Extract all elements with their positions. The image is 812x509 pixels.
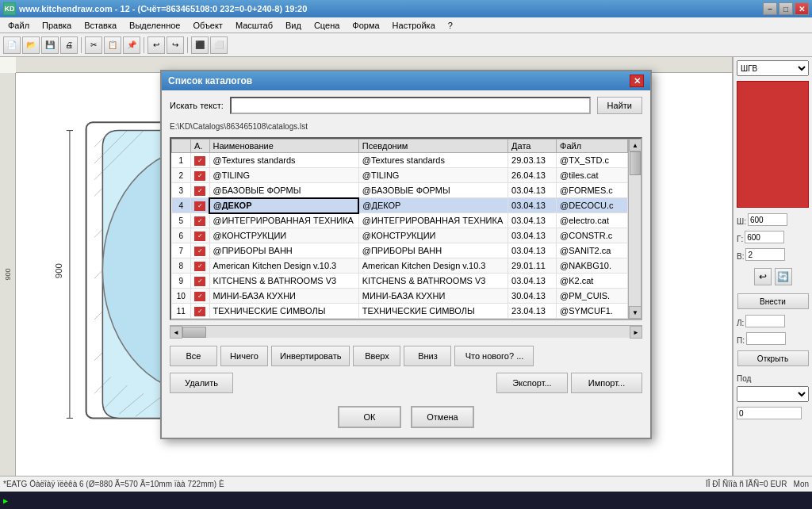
cell-num: 10 xyxy=(172,289,191,304)
cell-date: 03.04.13 xyxy=(508,243,557,258)
cell-alias: American Kitchen Design v.10.3 xyxy=(358,258,508,274)
cell-name: @КОНСТРУКЦИИ xyxy=(209,228,358,243)
cell-num: 8 xyxy=(172,258,191,274)
scrollbar-thumb[interactable] xyxy=(630,151,641,175)
table-scroll-area: А. Наименование Псевдоним Дата Файл 1 ✓ … xyxy=(170,137,642,320)
table-row[interactable]: 8 ✓ American Kitchen Design v.10.3 Ameri… xyxy=(172,258,628,274)
cell-date: 26.04.13 xyxy=(508,168,557,183)
dialog-overlay: Список каталогов ✕ Искать текст: Найти E… xyxy=(0,0,812,509)
flag-icon: ✓ xyxy=(194,247,205,256)
table-row[interactable]: 5 ✓ @ИНТЕГРИРОВАННАЯ ТЕХНИКА @ИНТЕГРИРОВ… xyxy=(172,213,628,228)
cell-flag: ✓ xyxy=(191,153,210,168)
btn-export[interactable]: Экспорт... xyxy=(496,373,568,393)
search-row: Искать текст: Найти xyxy=(170,97,642,114)
cell-file: @tiles.cat xyxy=(557,168,628,183)
table-inner[interactable]: А. Наименование Псевдоним Дата Файл 1 ✓ … xyxy=(171,139,628,319)
cell-name: American Kitchen Design v.10.3 xyxy=(209,258,358,274)
button-row-2: Удалить Экспорт... Импорт... xyxy=(170,373,642,393)
file-path: E:\KD\Catalogs\863465108\catalogs.lst xyxy=(170,122,642,131)
cell-name: @TILING xyxy=(209,168,358,183)
table-row[interactable]: 1 ✓ @Textures standards @Textures standa… xyxy=(172,153,628,168)
col-name: Наименование xyxy=(209,140,358,153)
h-scrollbar-thumb[interactable] xyxy=(182,327,206,338)
col-num xyxy=(172,140,191,153)
flag-icon: ✓ xyxy=(194,171,205,181)
table-row[interactable]: 2 ✓ @TILING @TILING 26.04.13 @tiles.cat xyxy=(172,168,628,183)
btn-delete[interactable]: Удалить xyxy=(170,373,233,393)
btn-down[interactable]: Вниз xyxy=(404,346,451,366)
flag-icon: ✓ xyxy=(194,232,205,241)
cell-flag: ✓ xyxy=(191,289,210,304)
flag-icon: ✓ xyxy=(194,307,205,316)
cell-alias: ТЕХНИЧЕСКИЕ СИМВОЛЫ xyxy=(358,304,508,319)
cell-flag: ✓ xyxy=(191,228,210,243)
cell-date: 03.04.13 xyxy=(508,198,557,213)
ok-cancel-row: ОК Отмена xyxy=(170,406,642,428)
scrollbar-track[interactable] xyxy=(629,151,641,306)
btn-all[interactable]: Все xyxy=(170,346,217,366)
h-scrollbar-left-btn[interactable]: ◄ xyxy=(170,326,182,339)
scrollbar-up-btn[interactable]: ▲ xyxy=(629,139,642,151)
table-row[interactable]: 3 ✓ @БАЗОВЫЕ ФОРМЫ @БАЗОВЫЕ ФОРМЫ 03.04.… xyxy=(172,183,628,198)
cancel-button[interactable]: Отмена xyxy=(411,406,474,428)
table-row[interactable]: 7 ✓ @ПРИБОРЫ ВАНН @ПРИБОРЫ ВАНН 03.04.13… xyxy=(172,243,628,258)
btn-none[interactable]: Ничего xyxy=(220,346,268,366)
catalog-dialog: Список каталогов ✕ Искать текст: Найти E… xyxy=(160,70,652,439)
cell-file: @TX_STD.c xyxy=(557,153,628,168)
cell-alias: KITCHENS & BATHROOMS V3 xyxy=(358,274,508,289)
dialog-title-bar: Список каталогов ✕ xyxy=(162,71,650,90)
cell-name: @БАЗОВЫЕ ФОРМЫ xyxy=(209,183,358,198)
cell-date: 29.03.13 xyxy=(508,153,557,168)
cell-num: 9 xyxy=(172,274,191,289)
btn-invert[interactable]: Инвертировать xyxy=(271,346,350,366)
search-label: Искать текст: xyxy=(170,101,224,110)
cell-date: 03.04.13 xyxy=(508,274,557,289)
cell-file: @SYMCUF1. xyxy=(557,304,628,319)
cell-date: 29.01.11 xyxy=(508,258,557,274)
col-alias: Псевдоним xyxy=(358,140,508,153)
table-row[interactable]: 9 ✓ KITCHENS & BATHROOMS V3 KITCHENS & B… xyxy=(172,274,628,289)
cell-alias: @КОНСТРУКЦИИ xyxy=(358,228,508,243)
btn-whatsnew[interactable]: Что нового? ... xyxy=(454,346,534,366)
cell-num: 1 xyxy=(172,153,191,168)
cell-alias: @ПРИБОРЫ ВАНН xyxy=(358,243,508,258)
dialog-close-btn[interactable]: ✕ xyxy=(630,75,644,87)
flag-icon: ✓ xyxy=(194,156,205,166)
h-scrollbar-right-btn[interactable]: ► xyxy=(630,326,642,339)
flag-icon: ✓ xyxy=(194,277,205,286)
cell-name: @ИНТЕГРИРОВАННАЯ ТЕХНИКА xyxy=(209,213,358,228)
btn-up[interactable]: Вверх xyxy=(353,346,400,366)
search-button[interactable]: Найти xyxy=(597,97,642,114)
table-row[interactable]: 10 ✓ МИНИ-БАЗА КУХНИ МИНИ-БАЗА КУХНИ 30.… xyxy=(172,289,628,304)
cell-flag: ✓ xyxy=(191,213,210,228)
table-row[interactable]: 4 ✓ @ДЕКОР @ДЕКОР 03.04.13 @DECOCU.c xyxy=(172,198,628,213)
scrollbar-down-btn[interactable]: ▼ xyxy=(629,306,642,319)
cell-file: @PM_CUIS. xyxy=(557,289,628,304)
v-scrollbar: ▲ ▼ xyxy=(628,139,641,319)
cell-flag: ✓ xyxy=(191,258,210,274)
flag-icon: ✓ xyxy=(194,216,205,226)
cell-date: 03.04.13 xyxy=(508,213,557,228)
table-header-row: А. Наименование Псевдоним Дата Файл xyxy=(172,140,628,153)
ok-button[interactable]: ОК xyxy=(338,406,401,428)
cell-name: @ПРИБОРЫ ВАНН xyxy=(209,243,358,258)
search-input[interactable] xyxy=(230,97,591,114)
btn-import[interactable]: Импорт... xyxy=(571,373,642,393)
cell-num: 3 xyxy=(172,183,191,198)
flag-icon: ✓ xyxy=(194,292,205,301)
cell-alias: @TILING xyxy=(358,168,508,183)
flag-icon: ✓ xyxy=(194,262,205,271)
col-flag: А. xyxy=(191,140,210,153)
flag-icon: ✓ xyxy=(194,201,205,211)
table-row[interactable]: 6 ✓ @КОНСТРУКЦИИ @КОНСТРУКЦИИ 03.04.13 @… xyxy=(172,228,628,243)
col-date: Дата xyxy=(508,140,557,153)
cell-file: @electro.cat xyxy=(557,213,628,228)
h-scrollbar-track[interactable] xyxy=(182,326,630,338)
cell-flag: ✓ xyxy=(191,183,210,198)
cell-alias: МИНИ-БАЗА КУХНИ xyxy=(358,289,508,304)
cell-num: 6 xyxy=(172,228,191,243)
cell-flag: ✓ xyxy=(191,304,210,319)
cell-date: 03.04.13 xyxy=(508,228,557,243)
cell-name: KITCHENS & BATHROOMS V3 xyxy=(209,274,358,289)
table-row[interactable]: 11 ✓ ТЕХНИЧЕСКИЕ СИМВОЛЫ ТЕХНИЧЕСКИЕ СИМ… xyxy=(172,304,628,319)
